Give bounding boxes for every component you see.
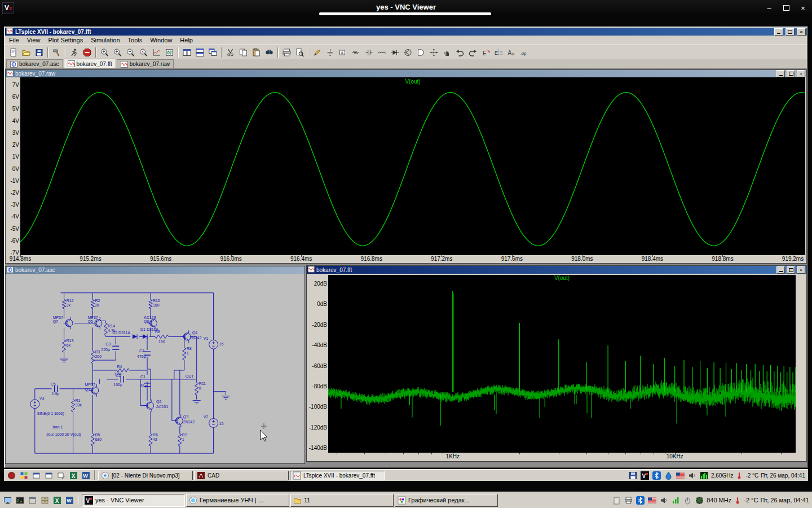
printer-icon[interactable] [624,495,633,505]
chip-icon[interactable] [695,495,704,505]
tool-ground-button[interactable] [324,47,337,59]
tool-zoom-out-button[interactable] [124,47,137,59]
vnc-titlebar[interactable]: V2 yes - VNC Viewer – × [0,0,812,16]
speaker-icon[interactable] [659,495,669,505]
tool-zoom-full-button[interactable] [137,47,150,59]
word-icon[interactable]: W [64,495,75,505]
waveform-plot[interactable] [20,77,805,255]
task-button[interactable]: Графический редак... [395,494,498,507]
fft-trace-label[interactable]: V(out) [554,275,570,281]
terminal-icon[interactable] [14,495,25,505]
bluetooth-icon[interactable] [636,495,645,505]
task-button[interactable]: [02 - Niente Di Nuovo.mp3] [98,471,193,480]
tool-redo-button[interactable] [466,47,479,59]
tool-paste-button[interactable] [250,47,263,59]
schematic-window-titlebar[interactable]: bokarev_07.asc [6,266,304,274]
tool-pan-button[interactable] [163,47,176,59]
task-button[interactable]: Германиевые УНЧ | ... [186,494,289,507]
tool-cut-button[interactable] [224,47,237,59]
monitor-icon[interactable] [2,495,13,505]
word-icon[interactable]: W [80,470,91,480]
tool-halt-button[interactable] [81,47,94,59]
tool-wire-button[interactable] [311,47,324,59]
tool-text-button[interactable]: Aa [505,47,518,59]
task-button[interactable]: 11 [290,494,394,507]
tool-bjt-button[interactable] [401,47,414,59]
task-button[interactable]: CAD [194,471,289,480]
floppy-icon[interactable] [628,470,638,480]
tab-bokarev_07.fft[interactable]: bokarev_07.fft [64,59,116,68]
clipboard-icon[interactable] [612,495,621,505]
minimize-icon[interactable]: – [764,2,775,14]
tool-cascade-button[interactable] [206,47,219,59]
us-flag-icon[interactable] [676,470,685,480]
tool-print-preview-button[interactable] [293,47,306,59]
minimize-button[interactable] [776,266,785,274]
menu-help[interactable]: Help [176,36,197,45]
tool-capacitor-button[interactable] [363,47,376,59]
restore-button[interactable] [787,70,795,77]
tool-save-button[interactable] [33,47,46,59]
task-button[interactable]: Vyes - VNC Viewer [82,494,185,507]
menu-simulation[interactable]: Simulation [87,36,123,45]
tool-find-button[interactable] [263,47,276,59]
mouse-icon[interactable] [683,495,692,505]
drop-icon[interactable] [664,470,673,480]
close-button[interactable]: × [797,70,805,77]
tool-copy-button[interactable] [237,47,250,59]
drawers-icon[interactable] [39,495,50,505]
fft-plot[interactable] [328,275,796,453]
tool-spice-directive-button[interactable]: .op [518,47,531,59]
tool-resistor-button[interactable] [350,47,363,59]
tool-zoom-in-button[interactable] [98,47,111,59]
tool-control-panel-button[interactable] [50,47,63,59]
us-flag-icon[interactable] [647,495,657,505]
menu-window[interactable]: Window [146,36,176,45]
tool-zoom-back-button[interactable] [111,47,124,59]
tool-mirror-button[interactable]: EƎ [492,47,505,59]
menu-file[interactable]: File [5,36,23,45]
restore-button[interactable] [785,28,795,36]
vnc-icon[interactable]: V [640,470,650,480]
waveform-window-titlebar[interactable]: bokarev_07.raw × [6,70,806,77]
tool-rotate-button[interactable]: E [479,47,492,59]
excel-icon[interactable]: X [51,495,63,505]
fft-window-titlebar[interactable]: bokarev_07.fft × [307,266,806,274]
app-gray-icon[interactable] [27,495,38,505]
clock[interactable]: Пт, 26 мар, 04:41 [760,497,809,503]
tool-diode-button[interactable] [389,47,401,59]
tool-inductor-button[interactable] [376,47,389,59]
tool-print-button[interactable] [280,47,293,59]
tool-undo-button[interactable] [453,47,466,59]
tab-bokarev_07.asc[interactable]: bokarev_07.asc [6,59,63,68]
tool-open-button[interactable] [20,47,33,59]
close-button[interactable]: × [797,266,805,274]
tool-tile-vertical-button[interactable] [180,47,193,59]
app-red-icon[interactable] [6,470,17,480]
ltspice-titlebar[interactable]: LTspice XVII - bokarev_07.fft × [5,28,807,36]
tool-drag-button[interactable] [440,47,453,59]
menu-view[interactable]: View [23,36,45,45]
tool-run-button[interactable] [68,47,81,59]
bluetooth-icon[interactable] [652,470,661,480]
menu-tools[interactable]: Tools [124,36,147,45]
window-gray-icon[interactable] [43,470,54,480]
start-grid-icon[interactable] [18,470,29,480]
clock[interactable]: Пт, 26 мар, 04:41 [761,472,805,479]
tool-component-button[interactable] [414,47,427,59]
menu-plot-settings[interactable]: Plot Settings [44,36,87,45]
tool-autorange-button[interactable] [150,47,163,59]
bars-icon[interactable] [671,495,681,505]
show-desktop-icon[interactable] [55,470,67,480]
tool-new-schematic-button[interactable] [7,47,20,59]
tool-move-button[interactable] [427,47,440,59]
window-gray-icon[interactable] [30,470,42,480]
maximize-icon[interactable] [780,2,792,14]
waveform-trace-label[interactable]: V(out) [405,78,420,85]
restore-button[interactable] [787,266,795,274]
minimize-button[interactable] [776,70,785,77]
close-icon[interactable]: × [797,2,809,14]
tool-net-label-button[interactable]: A [337,47,350,59]
task-button[interactable]: LTspice XVII - bokarev_07.fft [290,471,385,480]
minimize-button[interactable] [774,28,783,36]
